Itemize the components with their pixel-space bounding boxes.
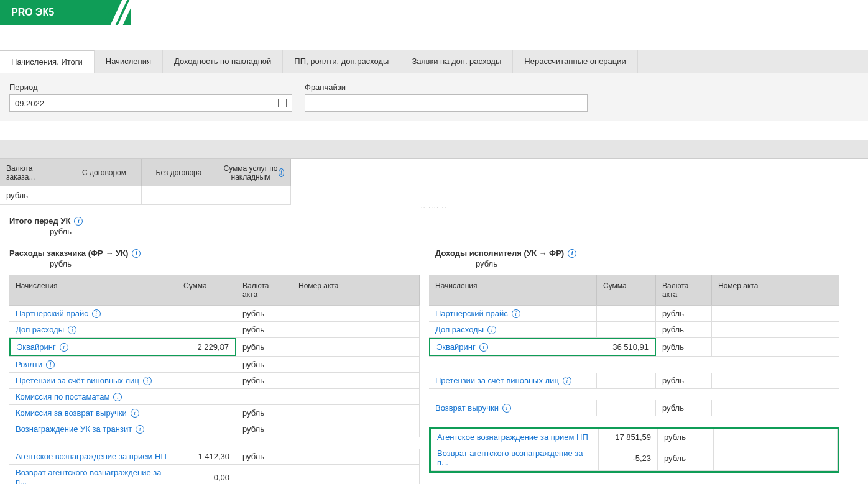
info-icon[interactable]: i (563, 377, 571, 385)
cell-currency: рубль (658, 429, 714, 445)
expenses-currency: рубль (0, 259, 426, 275)
row-link[interactable]: Партнерский прайс (16, 309, 88, 318)
filters-panel: Период 09.2022 Франчайзи (0, 73, 868, 121)
cell-act-number (292, 465, 420, 484)
tab-uncalculated[interactable]: Нерассчитанные операции (513, 50, 637, 73)
income-title: Доходы исполнителя (УК → ФР) i (426, 242, 868, 259)
summary-table-row: рубль (0, 186, 868, 205)
expenses-table: Начисления Сумма Валюта акта Номер акта … (9, 275, 420, 484)
income-currency: рубль (426, 259, 868, 275)
period-input[interactable]: 09.2022 (9, 94, 292, 112)
info-icon[interactable]: i (131, 409, 139, 418)
info-icon[interactable]: i (487, 326, 496, 334)
cell-sum (177, 357, 236, 372)
resize-handle[interactable]: :::::::::: (0, 205, 868, 210)
cell-name: Доп расходыi (429, 322, 597, 337)
franchise-input[interactable] (305, 94, 588, 112)
row-link[interactable]: Возврат агентского вознаграждение за п..… (16, 468, 170, 484)
row-link[interactable]: Агентское вознаграждение за прием НП (16, 452, 167, 461)
cell-name: Агентское вознаграждение за прием НП (9, 449, 177, 464)
row-link[interactable]: Роялти (16, 360, 42, 369)
cell-sum: 36 510,91 (597, 338, 656, 356)
info-icon[interactable]: i (143, 377, 152, 385)
cell-act-number (292, 357, 420, 372)
cell-sum (597, 373, 656, 388)
cell-currency: рубль (236, 449, 292, 464)
info-icon[interactable]: i (74, 217, 83, 226)
tabs-bar: Начисления. Итоги Начисления Доходность … (0, 50, 868, 73)
cell-act-number (292, 322, 420, 337)
calendar-icon[interactable] (278, 99, 287, 107)
th-name: Начисления (9, 275, 177, 305)
info-icon[interactable]: i (60, 343, 68, 352)
period-label: Период (9, 83, 292, 92)
tab-accruals[interactable]: Начисления (95, 50, 163, 73)
cell-currency: рубль (236, 357, 292, 372)
cell-act-number (292, 405, 420, 421)
row-link[interactable]: Агентское вознаграждение за прием НП (437, 432, 588, 442)
period-value: 09.2022 (15, 99, 44, 108)
spacer (0, 140, 868, 158)
info-icon[interactable]: i (512, 309, 520, 318)
tab-profitability[interactable]: Доходность по накладной (163, 50, 283, 73)
table-row: Эквайрингi 36 510,91 рубль (429, 338, 839, 357)
table-row: Роялтиi рубль (9, 357, 420, 373)
info-icon[interactable]: i (113, 393, 122, 401)
row-link[interactable]: Партнерский прайс (435, 309, 508, 318)
info-icon[interactable]: i (502, 404, 511, 413)
row-link[interactable]: Комиссия по постаматам (16, 392, 109, 401)
tab-requests[interactable]: Заявки на доп. расходы (400, 50, 513, 73)
info-icon[interactable]: i (568, 249, 576, 258)
row-link[interactable]: Возврат выручки (435, 403, 499, 413)
th-act-number: Номер акта (712, 275, 839, 305)
cell-sum (177, 389, 236, 404)
cell-name: Претензии за счёт виновных лицi (9, 373, 177, 388)
cell-name: Претензии за счёт виновных лицi (429, 373, 597, 388)
th-without-contract: Без договора (142, 159, 216, 186)
cell-name: Возврат агентского вознаграждение за п..… (431, 445, 599, 470)
info-icon[interactable]: i (136, 425, 144, 434)
row-link[interactable]: Доп расходы (435, 325, 484, 334)
info-icon[interactable]: i (279, 168, 284, 177)
cell-name: Партнерский прайсi (9, 306, 177, 321)
cell-currency: рубль (236, 306, 292, 321)
header-decoration (109, 0, 140, 25)
row-link[interactable]: Эквайринг (17, 342, 56, 352)
row-link[interactable]: Претензии за счёт виновных лиц (16, 376, 139, 385)
th-act-number: Номер акта (292, 275, 420, 305)
td-with-contract (67, 186, 142, 205)
cell-sum (177, 405, 236, 421)
row-link[interactable]: Возврат агентского вознаграждение за п..… (437, 449, 592, 467)
cell-currency: рубль (656, 373, 712, 388)
tab-totals[interactable]: Начисления. Итоги (0, 50, 95, 73)
row-link[interactable]: Претензии за счёт виновных лиц (435, 376, 559, 385)
cell-name: Возврат выручкиi (429, 400, 597, 416)
total-title: Итого перед УК i (0, 210, 868, 227)
info-icon[interactable]: i (132, 249, 141, 258)
table-row: Возврат выручкиi рубль (429, 400, 839, 416)
cell-sum (597, 306, 656, 321)
cell-name: Вознаграждение УК за транзитi (9, 421, 177, 437)
th-sum: Сумма (597, 275, 656, 305)
cell-currency: рубль (236, 322, 292, 337)
cell-act-number (292, 338, 420, 356)
table-row: Претензии за счёт виновных лицi рубль (9, 373, 420, 389)
summary-table-head: Валюта заказа... С договором Без договор… (0, 158, 868, 186)
info-icon[interactable]: i (68, 326, 76, 334)
row-link[interactable]: Вознаграждение УК за транзит (16, 424, 132, 434)
cell-act-number (292, 373, 420, 388)
row-link[interactable]: Комиссия за возврат выручки (16, 408, 127, 418)
cell-name: Агентское вознаграждение за прием НП (431, 429, 599, 445)
td-currency: рубль (0, 186, 67, 205)
info-icon[interactable]: i (479, 343, 488, 352)
info-icon[interactable]: i (92, 309, 101, 318)
info-icon[interactable]: i (46, 360, 55, 369)
row-link[interactable]: Доп расходы (16, 325, 64, 334)
tab-royalty[interactable]: ПП, роялти, доп.расходы (283, 50, 400, 73)
table-row: Комиссия по постаматамi (9, 389, 420, 405)
th-currency: Валюта заказа... (0, 159, 67, 186)
row-link[interactable]: Эквайринг (436, 342, 476, 352)
cell-currency: рубль (656, 322, 712, 337)
cell-name: Эквайрингi (9, 338, 177, 356)
cell-currency: рубль (236, 338, 292, 356)
